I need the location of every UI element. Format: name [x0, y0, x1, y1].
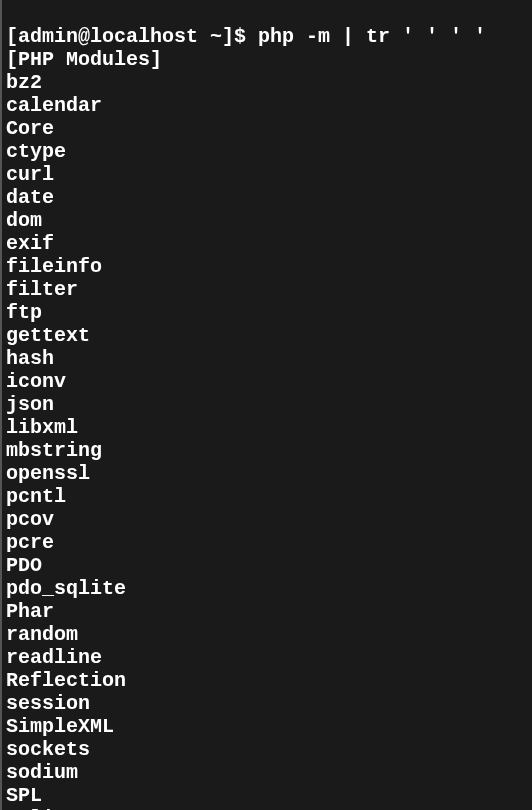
- module-item: pcre: [6, 531, 528, 554]
- module-item: filter: [6, 278, 528, 301]
- module-item: json: [6, 393, 528, 416]
- module-item: iconv: [6, 370, 528, 393]
- module-item: pcntl: [6, 485, 528, 508]
- module-item: pcov: [6, 508, 528, 531]
- module-item: sodium: [6, 761, 528, 784]
- shell-prompt: [admin@localhost ~]$: [6, 25, 258, 48]
- module-list: bz2calendarCorectypecurldatedomexiffilei…: [6, 71, 528, 810]
- module-item: mbstring: [6, 439, 528, 462]
- module-item: libxml: [6, 416, 528, 439]
- module-item: Core: [6, 117, 528, 140]
- module-item: ctype: [6, 140, 528, 163]
- module-item: pdo_sqlite: [6, 577, 528, 600]
- module-item: SimpleXML: [6, 715, 528, 738]
- module-item: fileinfo: [6, 255, 528, 278]
- module-item: calendar: [6, 94, 528, 117]
- terminal-window[interactable]: [admin@localhost ~]$ php -m | tr ' ' ' '…: [6, 2, 528, 810]
- module-item: date: [6, 186, 528, 209]
- module-item: session: [6, 692, 528, 715]
- module-item: random: [6, 623, 528, 646]
- module-item: bz2: [6, 71, 528, 94]
- module-item: gettext: [6, 324, 528, 347]
- module-item: dom: [6, 209, 528, 232]
- command-text: php -m | tr ' ' ' ': [258, 25, 486, 48]
- module-item: Reflection: [6, 669, 528, 692]
- module-item: readline: [6, 646, 528, 669]
- module-item: sockets: [6, 738, 528, 761]
- output-header: [PHP Modules]: [6, 48, 528, 71]
- module-item: ftp: [6, 301, 528, 324]
- module-item: SPL: [6, 784, 528, 807]
- module-item: exif: [6, 232, 528, 255]
- module-item: PDO: [6, 554, 528, 577]
- module-item: openssl: [6, 462, 528, 485]
- module-item: hash: [6, 347, 528, 370]
- module-item: Phar: [6, 600, 528, 623]
- module-item: curl: [6, 163, 528, 186]
- prompt-line: [admin@localhost ~]$ php -m | tr ' ' ' ': [6, 25, 528, 48]
